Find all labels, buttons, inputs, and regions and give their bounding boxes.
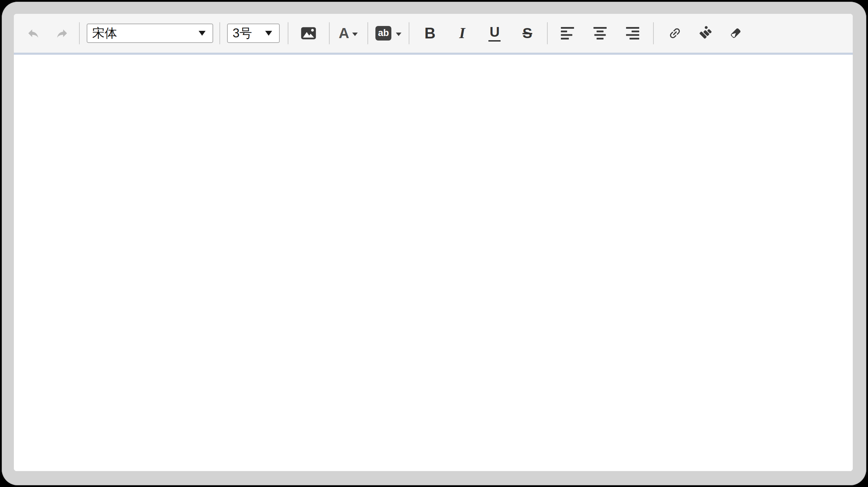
clear-format-button[interactable] bbox=[729, 26, 743, 40]
font-family-value: 宋体 bbox=[92, 27, 117, 39]
caret-down-icon bbox=[352, 33, 358, 36]
font-color-button[interactable]: A bbox=[339, 26, 358, 41]
align-left-button[interactable] bbox=[561, 27, 574, 39]
caret-down-icon bbox=[396, 33, 401, 36]
rich-text-editor: 宋体 3号 A bbox=[14, 14, 853, 471]
font-family-select[interactable]: 宋体 bbox=[87, 24, 213, 43]
brush-icon bbox=[698, 26, 713, 41]
font-color-label: A bbox=[339, 26, 349, 41]
font-size-value: 3号 bbox=[233, 27, 252, 39]
italic-button[interactable]: I bbox=[455, 26, 469, 41]
redo-icon bbox=[55, 27, 69, 40]
undo-icon bbox=[27, 27, 40, 40]
bold-label: B bbox=[424, 26, 435, 41]
image-icon bbox=[301, 27, 316, 40]
insert-image-button[interactable] bbox=[301, 27, 316, 40]
background-color-label: ab bbox=[378, 28, 389, 38]
editor-window-frame: 宋体 3号 A bbox=[2, 2, 866, 485]
caret-down-icon bbox=[265, 31, 272, 36]
align-left-icon bbox=[561, 27, 574, 39]
align-right-icon bbox=[626, 27, 639, 39]
italic-label: I bbox=[459, 26, 465, 41]
toolbar-separator bbox=[367, 22, 368, 44]
underline-button[interactable]: U bbox=[486, 25, 503, 42]
editor-content-area[interactable] bbox=[14, 55, 853, 471]
align-center-icon bbox=[593, 27, 607, 39]
toolbar-separator bbox=[653, 22, 654, 44]
bold-button[interactable]: B bbox=[423, 26, 437, 41]
align-center-button[interactable] bbox=[593, 27, 607, 39]
toolbar-separator bbox=[79, 22, 80, 44]
caret-down-icon bbox=[199, 31, 206, 36]
underline-label: U bbox=[488, 25, 501, 42]
link-icon bbox=[668, 26, 682, 40]
align-right-button[interactable] bbox=[626, 27, 639, 39]
redo-button[interactable] bbox=[55, 27, 69, 40]
strikethrough-button[interactable]: S bbox=[519, 26, 536, 41]
format-brush-button[interactable] bbox=[698, 26, 713, 41]
toolbar-separator bbox=[288, 22, 288, 44]
toolbar-separator bbox=[329, 22, 330, 44]
editor-toolbar: 宋体 3号 A bbox=[14, 14, 853, 53]
toolbar-separator bbox=[219, 22, 220, 44]
undo-button[interactable] bbox=[27, 27, 40, 40]
strikethrough-label: S bbox=[522, 26, 532, 41]
background-color-button[interactable]: ab bbox=[375, 26, 401, 41]
background-color-badge: ab bbox=[375, 26, 391, 41]
toolbar-separator bbox=[547, 22, 548, 44]
font-size-select[interactable]: 3号 bbox=[227, 24, 280, 43]
insert-link-button[interactable] bbox=[668, 26, 682, 40]
eraser-icon bbox=[729, 26, 743, 40]
toolbar-separator bbox=[409, 22, 409, 44]
